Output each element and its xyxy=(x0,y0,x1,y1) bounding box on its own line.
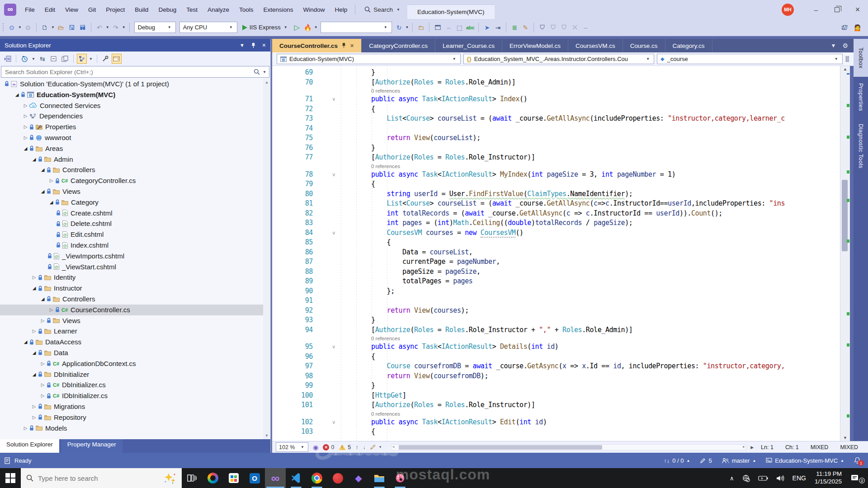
taskbar-app-vscode[interactable] xyxy=(286,468,307,488)
menu-file[interactable]: File xyxy=(20,0,40,19)
find-in-files-icon[interactable]: 🗀 xyxy=(416,22,426,33)
editor-horizontal-scrollbar[interactable]: ◂ ▸ xyxy=(391,444,746,450)
navigate-back-button[interactable]: ⊙ xyxy=(7,22,17,33)
git-repository[interactable]: Education-System-MVC ▲ xyxy=(766,457,844,464)
code-line-79[interactable]: 79 { xyxy=(272,179,840,189)
chevron-down-icon[interactable]: ▼ xyxy=(122,25,126,29)
code-line-93[interactable]: 93 } xyxy=(272,315,840,325)
tree-item-create-cshtml[interactable]: @Create.cshtml xyxy=(0,208,263,219)
expand-arrow-icon[interactable]: ▷ xyxy=(30,412,38,423)
expand-arrow-icon[interactable]: ▷ xyxy=(30,401,38,412)
tree-item-data[interactable]: ◢Data xyxy=(0,347,263,358)
code-cleanup-icon[interactable]: ⬚ xyxy=(454,22,464,33)
tree-item-dataaccess[interactable]: ◢DataAccess xyxy=(0,337,263,347)
toolbar-drag-handle[interactable] xyxy=(2,23,4,33)
close-tab-icon[interactable]: ✕ xyxy=(350,43,354,49)
expand-arrow-icon[interactable]: ▷ xyxy=(47,175,55,186)
solution-explorer-header[interactable]: Solution Explorer ▼ × xyxy=(0,39,270,52)
collapse-arrow-icon[interactable]: ◢ xyxy=(47,197,55,208)
edit-list-icon[interactable]: ✎ xyxy=(520,22,530,33)
expand-arrow-icon[interactable]: ▷ xyxy=(39,358,47,369)
code-line-87[interactable]: 87 currentPage = pageNumber, xyxy=(272,257,840,267)
collapse-all-icon[interactable] xyxy=(49,54,59,64)
collapse-arrow-icon[interactable]: ◢ xyxy=(13,89,21,100)
code-editor[interactable]: 69 }70 [Authorize(Roles = Roles.Role_Adm… xyxy=(272,66,840,441)
cursor-select-icon[interactable]: ➤ xyxy=(482,22,492,33)
code-line-70[interactable]: 70 [Authorize(Roles = Roles.Role_Admin)] xyxy=(272,78,840,88)
scroll-down-icon[interactable]: ▼ xyxy=(840,436,850,440)
collapse-arrow-icon[interactable]: ◢ xyxy=(39,164,47,175)
immediate-window-icon[interactable]: 🗔 xyxy=(433,22,443,33)
code-line-92[interactable]: 92 return View(courses); xyxy=(272,306,840,316)
tab-properties[interactable]: Properties xyxy=(854,77,868,117)
tab-property-manager[interactable]: Property Manager xyxy=(61,439,123,453)
code-line-75[interactable]: 75 return View(courseList); xyxy=(272,133,840,143)
menu-git[interactable]: Git xyxy=(83,0,101,19)
menu-build[interactable]: Build xyxy=(130,0,153,19)
tree-item--viewimports-cshtml[interactable]: @_ViewImports.cshtml xyxy=(0,251,263,262)
warning-count[interactable]: 5 xyxy=(339,444,351,450)
tab-toolbox[interactable]: Toolbox xyxy=(854,39,868,77)
hot-reload-icon[interactable]: 🔥 xyxy=(303,22,313,33)
expand-arrow-icon[interactable]: ▷ xyxy=(22,111,29,122)
code-line-84[interactable]: 84∨ CoursesVM courses = new CoursesVM() xyxy=(272,228,840,238)
git-branch[interactable]: master ▲ xyxy=(722,457,756,464)
code-line-81[interactable]: 81 List<Course> courseList = (await _cou… xyxy=(272,199,840,209)
taskbar-app-store[interactable] xyxy=(223,468,244,488)
code-line-86[interactable]: 86 Data = courseList, xyxy=(272,248,840,258)
save-all-button[interactable]: 🖬 xyxy=(78,22,88,33)
git-sync-status[interactable]: ↑↓ 0 / 0 ▲ xyxy=(664,457,690,464)
codelens-references[interactable]: 0 references xyxy=(272,87,840,94)
tree-item-dbinitializer-cs[interactable]: ▷C#DbInitializer.cs xyxy=(0,380,263,390)
outline-collapse-icon[interactable]: ∨ xyxy=(319,342,340,352)
tree-item-instructor[interactable]: ◢Instructor xyxy=(0,283,263,294)
taskbar-app-outlook[interactable]: O xyxy=(244,468,265,488)
tree-item-dbinitializer[interactable]: ◢DbInitializer xyxy=(0,369,263,380)
code-line-90[interactable]: 90 }; xyxy=(272,286,840,296)
tree-item-solution-education-system-mvc-1-of-1-project-[interactable]: ∞Solution 'Education-System(MVC)' (1 of … xyxy=(0,79,263,89)
expand-arrow-icon[interactable]: ▷ xyxy=(30,326,38,337)
expand-arrow-icon[interactable]: ▷ xyxy=(39,380,47,390)
collapse-arrow-icon[interactable]: ◢ xyxy=(39,294,47,305)
code-line-103[interactable]: 103 { xyxy=(272,427,840,437)
error-count[interactable]: ✕ 0 xyxy=(323,444,334,450)
previous-issue-button[interactable]: ↑ xyxy=(355,444,358,450)
switch-views-icon[interactable]: ∞ xyxy=(3,54,13,64)
expand-arrow-icon[interactable]: ▷ xyxy=(39,315,47,326)
collapse-arrow-icon[interactable]: ◢ xyxy=(22,337,29,347)
menu-project[interactable]: Project xyxy=(101,0,130,19)
taskbar-search-input[interactable] xyxy=(38,474,137,482)
notification-center[interactable]: 2 xyxy=(847,474,863,482)
tree-item-edit-cshtml[interactable]: @Edit.cshtml xyxy=(0,229,263,240)
collapse-arrow-icon[interactable]: ◢ xyxy=(30,154,38,165)
code-line-76[interactable]: 76 } xyxy=(272,143,840,153)
refresh-icon[interactable]: ↻ xyxy=(394,22,404,33)
chevron-down-icon[interactable]: ▼ xyxy=(106,25,109,29)
collapse-arrow-icon[interactable]: ◢ xyxy=(22,143,29,154)
tray-expand-chevron[interactable]: ∧ xyxy=(726,475,737,482)
tree-item-migrations[interactable]: ▷Migrations xyxy=(0,401,263,412)
language-indicator[interactable]: ENG xyxy=(789,474,809,482)
tree-item-idbinitializer-cs[interactable]: ▷C#IDbInitializer.cs xyxy=(0,390,263,401)
member-dropdown[interactable]: ◆ _course ▼ xyxy=(657,54,843,64)
code-line-95[interactable]: 95∨ public async Task<IActionResult> Det… xyxy=(272,342,840,352)
collapse-arrow-icon[interactable]: ◢ xyxy=(30,283,38,294)
code-line-77[interactable]: 77 [Authorize(Roles = Roles.Role_Instruc… xyxy=(272,153,840,163)
outline-collapse-icon[interactable]: ∨ xyxy=(319,228,340,238)
tree-item-wwwroot[interactable]: ▷wwwroot xyxy=(0,132,263,143)
redo-button[interactable]: ↷ xyxy=(111,22,121,33)
document-tab-coursesvm-cs[interactable]: CoursesVM.cs xyxy=(568,39,623,52)
notifications-bell[interactable]: 1 xyxy=(854,457,861,464)
toolbar-empty-combobox[interactable]: ▼ xyxy=(321,22,392,33)
expand-arrow-icon[interactable]: ▷ xyxy=(39,390,47,401)
tree-item-index-cshtml[interactable]: @Index.cshtml xyxy=(0,240,263,251)
tree-item-dependencies[interactable]: ▷Dependencies xyxy=(0,111,263,122)
battery-charging-icon[interactable] xyxy=(755,475,771,481)
taskbar-app-paint-palette[interactable] xyxy=(390,468,410,488)
next-issue-button[interactable]: ↓ xyxy=(363,444,365,450)
document-tab-category-cs[interactable]: Category.cs xyxy=(665,39,712,52)
clock[interactable]: 11:19 PM 1/15/2025 xyxy=(811,470,845,486)
solution-tree-scrollbar[interactable]: ▲▼ xyxy=(263,79,270,439)
expand-arrow-icon[interactable]: ▷ xyxy=(22,100,29,111)
tree-item-identity[interactable]: ▷Identity xyxy=(0,272,263,283)
